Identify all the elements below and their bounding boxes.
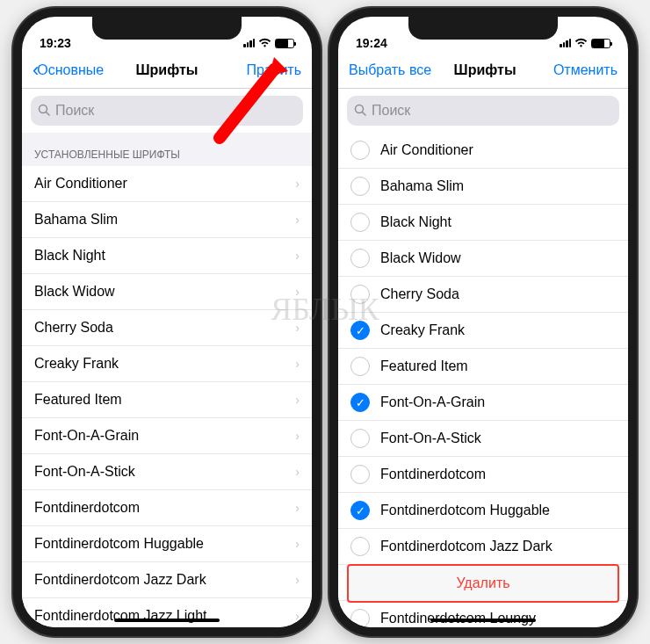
font-name: Font-On-A-Stick (380, 431, 481, 446)
status-time: 19:24 (356, 36, 387, 50)
font-name: Bahama Slim (34, 212, 118, 228)
font-row[interactable]: Creaky Frank› (22, 346, 312, 382)
font-row[interactable]: Fontdinerdotcom Jazz Light› (22, 598, 312, 627)
font-name: Black Widow (34, 284, 115, 300)
font-row-selectable[interactable]: ✓Font-On-A-Grain (338, 385, 628, 421)
font-row[interactable]: Fontdinerdotcom› (22, 490, 312, 526)
font-row[interactable]: Bahama Slim› (22, 202, 312, 238)
checkbox-checked-icon[interactable]: ✓ (350, 501, 370, 520)
chevron-right-icon: › (295, 321, 300, 335)
section-header: УСТАНОВЛЕННЫЕ ШРИФТЫ (22, 133, 312, 166)
checkbox-unchecked-icon[interactable] (350, 609, 370, 627)
font-row[interactable]: Air Conditioner› (22, 166, 312, 202)
font-row[interactable]: Fontdinerdotcom Jazz Dark› (22, 562, 312, 598)
home-indicator[interactable] (114, 619, 220, 622)
font-name: Fontdinerdotcom Jazz Dark (380, 539, 552, 554)
wifi-icon (574, 36, 588, 50)
font-name: Black Night (380, 214, 451, 230)
font-row[interactable]: Black Night› (22, 238, 312, 274)
font-row[interactable]: Font-On-A-Grain› (22, 418, 312, 454)
checkbox-unchecked-icon[interactable] (350, 465, 370, 484)
font-list: Air Conditioner›Bahama Slim›Black Night›… (22, 166, 312, 627)
checkbox-unchecked-icon[interactable] (350, 429, 370, 448)
font-name: Black Night (34, 248, 105, 264)
back-button[interactable]: ‹ Основные (32, 61, 112, 80)
search-icon (354, 104, 366, 119)
font-name: Creaky Frank (34, 356, 119, 372)
chevron-right-icon: › (295, 177, 300, 191)
notch (92, 17, 242, 40)
font-name: Air Conditioner (34, 176, 127, 192)
checkbox-unchecked-icon[interactable] (350, 249, 370, 268)
font-row-selectable[interactable]: Cherry Soda (338, 277, 628, 313)
font-row-selectable[interactable]: Air Conditioner (338, 133, 628, 169)
font-row-selectable[interactable]: Featured Item (338, 349, 628, 385)
select-all-button[interactable]: Выбрать все (349, 62, 431, 78)
delete-button[interactable]: Удалить (347, 564, 619, 603)
svg-line-5 (363, 112, 366, 115)
svg-line-1 (47, 112, 50, 115)
font-row[interactable]: Fontdinerdotcom Huggable› (22, 526, 312, 562)
font-name: Creaky Frank (380, 322, 465, 338)
search-input[interactable]: Поиск (31, 96, 303, 126)
font-row-selectable[interactable]: Black Widow (338, 241, 628, 277)
font-row-selectable[interactable]: Font-On-A-Stick (338, 421, 628, 457)
font-name: Fontdinerdotcom Huggable (380, 503, 550, 518)
edit-label: Править (247, 62, 301, 78)
font-list-editing: Air ConditionerBahama SlimBlack NightBla… (338, 133, 628, 627)
chevron-right-icon: › (295, 573, 300, 587)
font-row-selectable[interactable]: Bahama Slim (338, 169, 628, 205)
cancel-button[interactable]: Отменить (538, 62, 618, 78)
font-name: Fontdinerdotcom Huggable (34, 536, 204, 552)
chevron-right-icon: › (295, 429, 300, 443)
device-left: 19:23 ‹ Основные Шрифты Править (13, 8, 321, 636)
font-row-selectable[interactable]: Fontdinerdotcom Jazz Dark (338, 529, 628, 565)
font-row-selectable[interactable]: Black Night (338, 205, 628, 241)
chevron-right-icon: › (295, 357, 300, 371)
font-name: Font-On-A-Stick (34, 464, 135, 480)
chevron-right-icon: › (295, 285, 300, 299)
font-name: Black Widow (380, 250, 461, 266)
font-name: Featured Item (34, 392, 122, 408)
font-name: Featured Item (380, 358, 468, 374)
search-placeholder: Поиск (372, 103, 410, 119)
font-row-selectable[interactable]: ✓Creaky Frank (338, 313, 628, 349)
font-row[interactable]: Black Widow› (22, 274, 312, 310)
select-all-label: Выбрать все (349, 62, 431, 78)
checkbox-unchecked-icon[interactable] (350, 213, 370, 232)
font-name: Fontdinerdotcom (380, 467, 486, 482)
font-name: Fontdinerdotcom Jazz Dark (34, 572, 206, 588)
font-name: Font-On-A-Grain (380, 394, 485, 410)
font-name: Cherry Soda (34, 320, 113, 336)
font-name: Font-On-A-Grain (34, 428, 139, 444)
battery-icon (591, 39, 610, 48)
signal-icon (560, 39, 571, 47)
font-row[interactable]: Font-On-A-Stick› (22, 454, 312, 490)
font-row-selectable[interactable]: ✓Fontdinerdotcom Huggable (338, 493, 628, 529)
checkbox-unchecked-icon[interactable] (350, 537, 370, 556)
edit-button[interactable]: Править (222, 62, 301, 78)
font-row[interactable]: Featured Item› (22, 382, 312, 418)
chevron-right-icon: › (295, 609, 300, 623)
checkbox-unchecked-icon[interactable] (350, 141, 370, 160)
font-row-selectable[interactable]: Fontdinerdotcom (338, 457, 628, 493)
checkbox-checked-icon[interactable]: ✓ (350, 393, 370, 412)
delete-label: Удалить (456, 575, 509, 591)
font-row-selectable[interactable]: Fontdinerdotcom Loungy (338, 601, 628, 627)
cancel-label: Отменить (553, 62, 618, 78)
checkbox-unchecked-icon[interactable] (350, 357, 370, 376)
page-title: Шрифты (136, 62, 199, 78)
font-name: Fontdinerdotcom (34, 500, 140, 516)
home-indicator[interactable] (430, 619, 536, 622)
navbar: Выбрать все Шрифты Отменить (338, 52, 628, 89)
font-row[interactable]: Cherry Soda› (22, 310, 312, 346)
checkbox-unchecked-icon[interactable] (350, 177, 370, 196)
back-label: Основные (37, 62, 104, 78)
search-input[interactable]: Поиск (347, 96, 619, 126)
chevron-right-icon: › (295, 249, 300, 263)
notch (408, 17, 558, 40)
chevron-right-icon: › (295, 465, 300, 479)
device-right: 19:24 Выбрать все Шрифты Отменить Поис (329, 8, 637, 636)
checkbox-unchecked-icon[interactable] (350, 285, 370, 304)
checkbox-checked-icon[interactable]: ✓ (350, 321, 370, 340)
